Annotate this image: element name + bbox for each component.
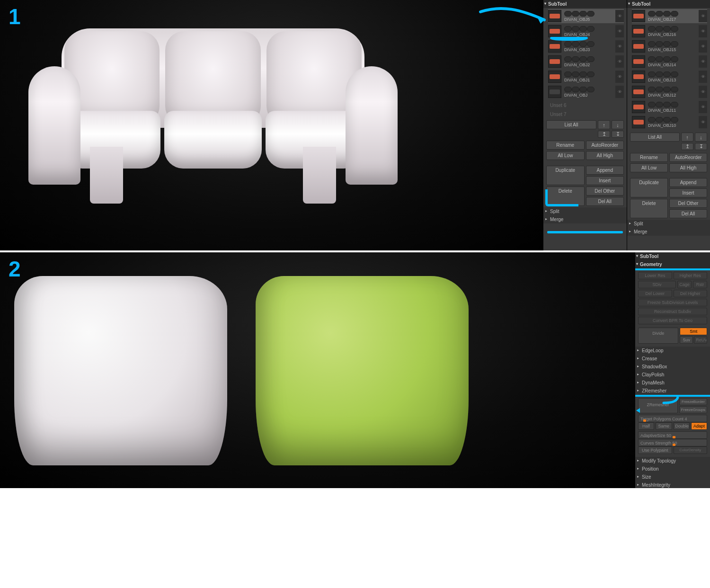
visibility-toggle-icon[interactable] [615,55,624,68]
subtool-item[interactable]: DIVAN_OBJ1 [548,70,624,84]
visibility-toggle-icon[interactable] [699,116,707,128]
size-section[interactable]: Size [635,473,710,481]
subtool-flag-icon[interactable] [587,87,595,92]
subtool-flag-icon[interactable] [579,56,587,62]
cage-button[interactable]: Cage [677,281,692,288]
subtool-item[interactable]: DIVAN_OBJ5 [548,9,624,23]
subtool-flag-icon[interactable] [671,71,678,77]
edgeloop-section[interactable]: EdgeLoop [635,347,710,355]
zremesher-section[interactable]: ZRemesher [635,387,710,397]
subtool-flag-icon[interactable] [671,56,678,62]
visibility-toggle-icon[interactable] [615,40,624,53]
subtool-flag-icon[interactable] [663,41,671,47]
rename-button[interactable]: Rename [546,141,585,150]
del-all-button[interactable]: Del All [586,197,624,206]
subtool-flag-icon[interactable] [579,41,587,47]
target-poly-slider[interactable]: Target Polygons Count 4 [638,415,707,422]
duplicate-button-2[interactable]: Duplicate [630,178,668,197]
move-down-all-button-2[interactable]: ↧ [695,143,707,150]
subtool-flag-icon[interactable] [663,102,671,107]
move-up-button[interactable]: ↑ [598,120,610,129]
subtool-flag-icon[interactable] [572,26,579,32]
move-down-all-button[interactable]: ↧ [612,131,624,138]
del-higher-button[interactable]: Del Higher [674,290,708,297]
subtool-item[interactable]: DIVAN_OBJ13 [632,70,707,84]
freeze-groups-button[interactable]: FreezeGroups [679,406,707,413]
subtool-flag-icon[interactable] [564,71,572,77]
use-polypaint-button[interactable]: Use Polypaint [638,446,672,454]
subtool-flag-icon[interactable] [564,87,572,92]
freeze-border-button[interactable]: FreezeBorder [679,398,707,405]
mesh-integrity-section[interactable]: MeshIntegrity [635,481,710,488]
visibility-toggle-icon[interactable] [615,25,624,37]
curves-strength-slider[interactable]: Curves Strength 50 [638,439,707,446]
autoreorder-button-2[interactable]: AutoReorder [669,153,707,162]
list-all-button-2[interactable]: List All [630,133,680,142]
all-high-button[interactable]: All High [586,151,624,160]
subtool-flag-icon[interactable] [663,56,671,62]
crease-section[interactable]: Crease [635,355,710,363]
subtool-flag-icon[interactable] [656,11,663,17]
subtool-item[interactable]: DIVAN_OBJ15 [632,39,707,53]
visibility-toggle-icon[interactable] [699,10,707,22]
shadowbox-section[interactable]: ShadowBox [635,363,710,371]
sdiv-slider[interactable]: SDiv [638,281,676,288]
insert-button[interactable]: Insert [586,176,624,185]
suv-button[interactable]: Suv [680,336,693,344]
position-section[interactable]: Position [635,465,710,473]
color-density-button[interactable]: ColorDensity [674,446,708,454]
subtool-item[interactable]: DIVAN_OBJ2 [548,54,624,69]
subtool-flag-icon[interactable] [663,87,671,92]
subtool-flag-icon[interactable] [572,41,579,47]
subtool-flag-icon[interactable] [648,87,656,92]
modify-topology-section[interactable]: Modify Topology [635,457,710,465]
visibility-toggle-icon[interactable] [699,101,707,113]
subtool-item[interactable]: DIVAN_OBJ14 [632,54,707,69]
adaptive-size-slider[interactable]: AdaptiveSize 50 [638,431,707,439]
subtool-item[interactable]: DIVAN_OBJ12 [632,85,707,99]
move-down-button[interactable]: ↓ [612,120,624,129]
append-button-2[interactable]: Append [669,178,707,187]
subtool-flag-icon[interactable] [564,56,572,62]
subtool-flag-icon[interactable] [663,71,671,77]
del-other-button-2[interactable]: Del Other [669,199,707,208]
subtool-flag-icon[interactable] [671,117,678,123]
move-up-button-2[interactable]: ↑ [681,133,693,142]
rename-button-2[interactable]: Rename [630,153,668,162]
subtool-flag-icon[interactable] [656,117,663,123]
subtool-item[interactable]: DIVAN_OBJ11 [632,100,707,114]
lower-res-button[interactable]: Lower Res [638,272,672,279]
visibility-toggle-icon[interactable] [699,55,707,68]
subtool-flag-icon[interactable] [648,56,656,62]
subtool-flag-icon[interactable] [656,71,663,77]
subtool-flag-icon[interactable] [587,56,595,62]
visibility-toggle-icon[interactable] [615,10,624,22]
subtool-flag-icon[interactable] [587,26,595,32]
subtool-flag-icon[interactable] [579,87,587,92]
reconstruct-subdiv-button[interactable]: Reconstruct Subdiv [638,308,707,315]
duplicate-button[interactable]: Duplicate [546,166,585,185]
smt-button[interactable]: Smt [680,328,707,335]
subtool-flag-icon[interactable] [648,11,656,17]
subtool-list-2[interactable]: DIVAN_OBJ17DIVAN_OBJ16DIVAN_OBJ15DIVAN_O… [627,8,710,131]
adapt-button[interactable]: Adapt [691,422,707,430]
visibility-toggle-icon[interactable] [615,86,624,98]
delete-button-2[interactable]: Delete [630,199,668,218]
subtool-flag-icon[interactable] [564,11,572,17]
append-button[interactable]: Append [586,166,624,175]
subtool-flag-icon[interactable] [564,26,572,32]
divide-button[interactable]: Divide [638,328,678,344]
subtool-flag-icon[interactable] [579,11,587,17]
autoreorder-button[interactable]: AutoReorder [586,141,624,150]
subtool-flag-icon[interactable] [648,71,656,77]
geometry-header[interactable]: Geometry [635,260,710,270]
subtool-flag-icon[interactable] [656,26,663,32]
freeze-subdiv-button[interactable]: Freeze SubDivision Levels [638,299,707,306]
subtool-flag-icon[interactable] [587,71,595,77]
subtool-header[interactable]: SubTool [543,0,627,8]
subtool-flag-icon[interactable] [656,41,663,47]
subtool-header-2[interactable]: SubTool [627,0,710,8]
subtool-flag-icon[interactable] [671,41,678,47]
subtool-flag-icon[interactable] [579,26,587,32]
subtool-flag-icon[interactable] [587,41,595,47]
